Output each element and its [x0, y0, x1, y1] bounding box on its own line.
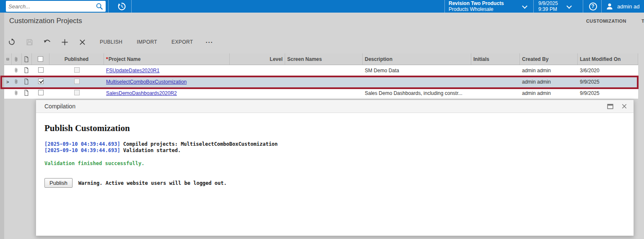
column-header-last-modified-on[interactable]: Last Modified On	[578, 53, 638, 65]
help-icon: ?	[589, 3, 597, 11]
search-input[interactable]	[6, 3, 96, 10]
more-actions-button[interactable]: ···	[205, 37, 214, 47]
column-header-created-by[interactable]: Created By	[520, 53, 578, 65]
files-cell[interactable]	[12, 90, 22, 97]
column-header-level[interactable]: Level	[230, 53, 285, 65]
created-by-cell: admin admin	[520, 79, 578, 85]
plus-icon	[61, 39, 68, 46]
user-menu[interactable]: admin ad	[603, 0, 644, 13]
undo-button[interactable]	[43, 38, 51, 46]
dialog-maximize-button[interactable]	[605, 101, 615, 111]
log-line: [2025-09-10 04:39:44.693] Validation sta…	[44, 147, 625, 154]
column-header-initials[interactable]: Initials	[471, 53, 520, 65]
business-date-button[interactable]	[112, 0, 131, 13]
export-toolbar-button[interactable]: EXPORT	[171, 37, 194, 47]
published-checkbox	[74, 79, 80, 84]
workspace-label-clipped[interactable]: TOOLS	[641, 18, 644, 24]
dialog-body: Publish Customization [2025-09-10 04:39:…	[36, 113, 634, 188]
notes-cell[interactable]	[22, 90, 32, 97]
paperclip-icon	[14, 79, 18, 84]
dialog-titlebar[interactable]: Compilation	[36, 100, 634, 113]
grid-toolbar: PUBLISH IMPORT EXPORT ···	[4, 36, 214, 48]
chevron-down-icon[interactable]	[522, 4, 527, 8]
delete-row-button[interactable]	[78, 38, 86, 46]
import-toolbar-button[interactable]: IMPORT	[136, 37, 158, 47]
project-name-link[interactable]: FSUpdateDates2020R1	[106, 68, 159, 74]
document-icon	[24, 67, 29, 73]
log-timestamp: [2025-09-10 04:39:44.693]	[44, 141, 120, 147]
select-all-checkbox[interactable]	[38, 56, 43, 62]
description-cell: SM Demo Data	[363, 68, 471, 74]
help-button[interactable]: ?	[584, 0, 601, 13]
clock-icon	[117, 2, 126, 11]
add-row-button[interactable]	[60, 38, 69, 46]
business-time: 9:39 PM	[538, 6, 564, 12]
published-checkbox	[74, 90, 80, 95]
notes-column-header[interactable]	[22, 53, 32, 65]
table-row[interactable]: SalesDemoDashboards2020R2 Sales Demo Das…	[4, 88, 638, 99]
chevron-down-icon[interactable]	[567, 4, 571, 8]
topbar-divider	[131, 0, 132, 13]
project-name-link[interactable]: MultiselectComboBoxCustomization	[106, 79, 187, 85]
publish-heading: Publish Customization	[44, 123, 625, 134]
row-settings-column-header[interactable]	[4, 53, 12, 65]
select-all-column-header[interactable]	[32, 53, 49, 65]
row-select-checkbox[interactable]	[38, 67, 44, 73]
business-date-selector[interactable]: 9/9/2025 9:39 PM	[538, 0, 564, 12]
publish-toolbar-button[interactable]: PUBLISH	[99, 37, 123, 47]
paperclip-icon	[14, 90, 18, 96]
top-bar: Revision Two Products Products Wholesale…	[0, 0, 644, 13]
dialog-close-button[interactable]	[619, 101, 629, 111]
save-button[interactable]	[25, 38, 34, 46]
files-cell[interactable]	[12, 79, 22, 86]
company-name: Revision Two Products	[449, 0, 521, 6]
publish-button[interactable]: Publish	[44, 178, 73, 188]
undo-icon	[43, 38, 51, 46]
last-modified-cell: 3/6/2020	[578, 68, 638, 74]
user-icon	[605, 2, 614, 11]
last-modified-cell: 9/9/2025	[578, 79, 638, 85]
column-header-published[interactable]: Published	[49, 53, 104, 65]
topbar-divider	[108, 0, 109, 13]
search-icon	[96, 3, 103, 10]
collapsed-sidebar-strip[interactable]	[0, 13, 4, 239]
created-by-cell: admin admin	[520, 90, 578, 96]
table-row-selected[interactable]: > MultiselectComboBoxCustomization admin…	[4, 76, 638, 88]
log-timestamp: [2025-09-10 04:39:44.693]	[44, 147, 120, 153]
column-header-project-name[interactable]: *Project Name	[104, 53, 230, 65]
app-window: Revision Two Products Products Wholesale…	[0, 0, 644, 239]
close-icon	[621, 103, 627, 109]
row-select-checkbox[interactable]	[38, 90, 44, 95]
row-select-cell[interactable]	[32, 67, 49, 74]
notes-cell[interactable]	[22, 67, 32, 74]
grid-settings-icon	[6, 57, 9, 62]
workspace-label[interactable]: CUSTOMIZATION	[586, 18, 626, 24]
files-cell[interactable]	[12, 67, 22, 74]
row-select-checkbox-checked[interactable]	[38, 79, 44, 84]
branch-name: Products Wholesale	[449, 6, 521, 12]
column-header-description[interactable]: Description	[363, 53, 471, 65]
published-checkbox	[74, 67, 80, 73]
document-icon	[24, 79, 29, 84]
row-select-cell[interactable]	[32, 79, 49, 85]
topbar-divider	[601, 0, 602, 13]
project-name-link[interactable]: SalesDemoDashboards2020R2	[106, 90, 177, 96]
required-marker: *	[106, 56, 108, 62]
published-cell	[49, 90, 104, 97]
global-search[interactable]	[6, 1, 106, 12]
refresh-icon	[8, 38, 16, 46]
refresh-button[interactable]	[8, 38, 16, 46]
close-x-icon	[79, 39, 86, 45]
paperclip-icon	[14, 67, 18, 73]
company-selector[interactable]: Revision Two Products Products Wholesale	[449, 0, 521, 12]
column-header-screen-names[interactable]: Screen Names	[285, 53, 363, 65]
row-select-cell[interactable]	[32, 90, 49, 97]
paperclip-icon	[14, 56, 18, 62]
notes-cell[interactable]	[22, 79, 32, 86]
topbar-divider	[583, 0, 583, 13]
page-title: Customization Projects	[9, 17, 82, 25]
log-line: [2025-09-10 04:39:44.693] Compiled proje…	[44, 141, 625, 147]
files-column-header[interactable]	[12, 53, 22, 65]
table-row[interactable]: FSUpdateDates2020R1 SM Demo Data admin a…	[4, 65, 638, 76]
compilation-log: [2025-09-10 04:39:44.693] Compiled proje…	[44, 141, 625, 154]
